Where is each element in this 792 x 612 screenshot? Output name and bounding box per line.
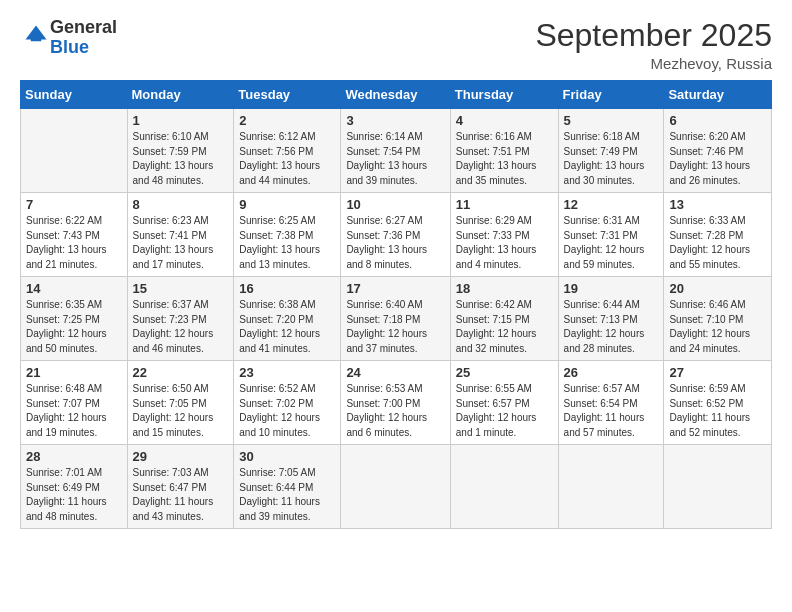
calendar-day-cell: 9 Sunrise: 6:25 AMSunset: 7:38 PMDayligh…	[234, 193, 341, 277]
svg-rect-1	[31, 38, 42, 42]
calendar-day-cell: 26 Sunrise: 6:57 AMSunset: 6:54 PMDaylig…	[558, 361, 664, 445]
calendar-week-row: 28 Sunrise: 7:01 AMSunset: 6:49 PMDaylig…	[21, 445, 772, 529]
day-detail: Sunrise: 6:52 AMSunset: 7:02 PMDaylight:…	[239, 382, 335, 440]
day-number: 9	[239, 197, 335, 212]
day-number: 24	[346, 365, 444, 380]
calendar-day-cell: 13 Sunrise: 6:33 AMSunset: 7:28 PMDaylig…	[664, 193, 772, 277]
day-detail: Sunrise: 6:57 AMSunset: 6:54 PMDaylight:…	[564, 382, 659, 440]
day-number: 13	[669, 197, 766, 212]
day-detail: Sunrise: 6:23 AMSunset: 7:41 PMDaylight:…	[133, 214, 229, 272]
day-number: 23	[239, 365, 335, 380]
col-thursday: Thursday	[450, 81, 558, 109]
day-number: 5	[564, 113, 659, 128]
day-detail: Sunrise: 6:55 AMSunset: 6:57 PMDaylight:…	[456, 382, 553, 440]
calendar-day-cell: 10 Sunrise: 6:27 AMSunset: 7:36 PMDaylig…	[341, 193, 450, 277]
day-number: 7	[26, 197, 122, 212]
day-number: 21	[26, 365, 122, 380]
calendar-day-cell: 27 Sunrise: 6:59 AMSunset: 6:52 PMDaylig…	[664, 361, 772, 445]
calendar-day-cell: 18 Sunrise: 6:42 AMSunset: 7:15 PMDaylig…	[450, 277, 558, 361]
calendar-day-cell: 11 Sunrise: 6:29 AMSunset: 7:33 PMDaylig…	[450, 193, 558, 277]
day-number: 27	[669, 365, 766, 380]
calendar-week-row: 1 Sunrise: 6:10 AMSunset: 7:59 PMDayligh…	[21, 109, 772, 193]
calendar-day-cell	[558, 445, 664, 529]
day-number: 3	[346, 113, 444, 128]
calendar-day-cell: 5 Sunrise: 6:18 AMSunset: 7:49 PMDayligh…	[558, 109, 664, 193]
calendar-day-cell: 17 Sunrise: 6:40 AMSunset: 7:18 PMDaylig…	[341, 277, 450, 361]
day-detail: Sunrise: 6:53 AMSunset: 7:00 PMDaylight:…	[346, 382, 444, 440]
calendar-day-cell: 1 Sunrise: 6:10 AMSunset: 7:59 PMDayligh…	[127, 109, 234, 193]
day-detail: Sunrise: 6:59 AMSunset: 6:52 PMDaylight:…	[669, 382, 766, 440]
day-detail: Sunrise: 6:38 AMSunset: 7:20 PMDaylight:…	[239, 298, 335, 356]
day-number: 12	[564, 197, 659, 212]
day-detail: Sunrise: 7:01 AMSunset: 6:49 PMDaylight:…	[26, 466, 122, 524]
calendar-week-row: 7 Sunrise: 6:22 AMSunset: 7:43 PMDayligh…	[21, 193, 772, 277]
day-detail: Sunrise: 6:31 AMSunset: 7:31 PMDaylight:…	[564, 214, 659, 272]
day-detail: Sunrise: 6:22 AMSunset: 7:43 PMDaylight:…	[26, 214, 122, 272]
day-detail: Sunrise: 7:05 AMSunset: 6:44 PMDaylight:…	[239, 466, 335, 524]
day-detail: Sunrise: 6:14 AMSunset: 7:54 PMDaylight:…	[346, 130, 444, 188]
day-number: 18	[456, 281, 553, 296]
col-saturday: Saturday	[664, 81, 772, 109]
logo-icon	[22, 22, 50, 50]
calendar-day-cell: 22 Sunrise: 6:50 AMSunset: 7:05 PMDaylig…	[127, 361, 234, 445]
calendar-day-cell: 25 Sunrise: 6:55 AMSunset: 6:57 PMDaylig…	[450, 361, 558, 445]
day-number: 1	[133, 113, 229, 128]
day-number: 17	[346, 281, 444, 296]
day-number: 26	[564, 365, 659, 380]
page-header: General Blue September 2025 Mezhevoy, Ru…	[20, 18, 772, 72]
day-number: 2	[239, 113, 335, 128]
calendar-day-cell: 21 Sunrise: 6:48 AMSunset: 7:07 PMDaylig…	[21, 361, 128, 445]
day-detail: Sunrise: 6:12 AMSunset: 7:56 PMDaylight:…	[239, 130, 335, 188]
day-detail: Sunrise: 7:03 AMSunset: 6:47 PMDaylight:…	[133, 466, 229, 524]
day-detail: Sunrise: 6:16 AMSunset: 7:51 PMDaylight:…	[456, 130, 553, 188]
day-detail: Sunrise: 6:10 AMSunset: 7:59 PMDaylight:…	[133, 130, 229, 188]
calendar-day-cell: 19 Sunrise: 6:44 AMSunset: 7:13 PMDaylig…	[558, 277, 664, 361]
calendar-day-cell: 6 Sunrise: 6:20 AMSunset: 7:46 PMDayligh…	[664, 109, 772, 193]
calendar-day-cell: 23 Sunrise: 6:52 AMSunset: 7:02 PMDaylig…	[234, 361, 341, 445]
calendar-day-cell: 7 Sunrise: 6:22 AMSunset: 7:43 PMDayligh…	[21, 193, 128, 277]
day-number: 8	[133, 197, 229, 212]
day-number: 16	[239, 281, 335, 296]
calendar-day-cell	[21, 109, 128, 193]
calendar-day-cell: 29 Sunrise: 7:03 AMSunset: 6:47 PMDaylig…	[127, 445, 234, 529]
day-detail: Sunrise: 6:27 AMSunset: 7:36 PMDaylight:…	[346, 214, 444, 272]
day-detail: Sunrise: 6:35 AMSunset: 7:25 PMDaylight:…	[26, 298, 122, 356]
day-number: 22	[133, 365, 229, 380]
calendar-day-cell: 12 Sunrise: 6:31 AMSunset: 7:31 PMDaylig…	[558, 193, 664, 277]
day-detail: Sunrise: 6:18 AMSunset: 7:49 PMDaylight:…	[564, 130, 659, 188]
logo-text: General Blue	[50, 18, 117, 58]
calendar-week-row: 21 Sunrise: 6:48 AMSunset: 7:07 PMDaylig…	[21, 361, 772, 445]
day-number: 19	[564, 281, 659, 296]
calendar-day-cell: 2 Sunrise: 6:12 AMSunset: 7:56 PMDayligh…	[234, 109, 341, 193]
day-detail: Sunrise: 6:40 AMSunset: 7:18 PMDaylight:…	[346, 298, 444, 356]
day-number: 4	[456, 113, 553, 128]
calendar-day-cell: 30 Sunrise: 7:05 AMSunset: 6:44 PMDaylig…	[234, 445, 341, 529]
calendar-day-cell: 15 Sunrise: 6:37 AMSunset: 7:23 PMDaylig…	[127, 277, 234, 361]
calendar-week-row: 14 Sunrise: 6:35 AMSunset: 7:25 PMDaylig…	[21, 277, 772, 361]
calendar-day-cell	[450, 445, 558, 529]
calendar-day-cell: 20 Sunrise: 6:46 AMSunset: 7:10 PMDaylig…	[664, 277, 772, 361]
location: Mezhevoy, Russia	[535, 55, 772, 72]
day-number: 29	[133, 449, 229, 464]
month-title: September 2025	[535, 18, 772, 53]
day-number: 25	[456, 365, 553, 380]
calendar-day-cell: 8 Sunrise: 6:23 AMSunset: 7:41 PMDayligh…	[127, 193, 234, 277]
logo-general: General	[50, 17, 117, 37]
day-detail: Sunrise: 6:25 AMSunset: 7:38 PMDaylight:…	[239, 214, 335, 272]
col-monday: Monday	[127, 81, 234, 109]
day-detail: Sunrise: 6:48 AMSunset: 7:07 PMDaylight:…	[26, 382, 122, 440]
calendar-day-cell: 28 Sunrise: 7:01 AMSunset: 6:49 PMDaylig…	[21, 445, 128, 529]
calendar-day-cell: 16 Sunrise: 6:38 AMSunset: 7:20 PMDaylig…	[234, 277, 341, 361]
day-detail: Sunrise: 6:20 AMSunset: 7:46 PMDaylight:…	[669, 130, 766, 188]
calendar-day-cell: 24 Sunrise: 6:53 AMSunset: 7:00 PMDaylig…	[341, 361, 450, 445]
svg-marker-0	[26, 25, 47, 39]
day-detail: Sunrise: 6:29 AMSunset: 7:33 PMDaylight:…	[456, 214, 553, 272]
day-detail: Sunrise: 6:50 AMSunset: 7:05 PMDaylight:…	[133, 382, 229, 440]
day-detail: Sunrise: 6:44 AMSunset: 7:13 PMDaylight:…	[564, 298, 659, 356]
title-block: September 2025 Mezhevoy, Russia	[535, 18, 772, 72]
day-number: 6	[669, 113, 766, 128]
day-number: 10	[346, 197, 444, 212]
day-number: 15	[133, 281, 229, 296]
calendar-day-cell	[341, 445, 450, 529]
col-wednesday: Wednesday	[341, 81, 450, 109]
